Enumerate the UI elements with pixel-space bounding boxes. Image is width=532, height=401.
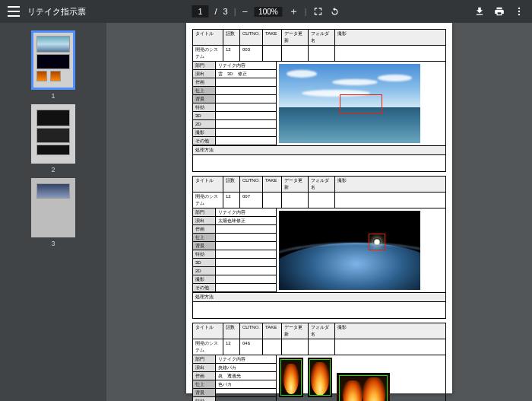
document-title: リテイク指示票 — [27, 6, 86, 18]
val-shi — [216, 87, 276, 94]
folder-label: フォルダ名 — [309, 177, 335, 192]
folder-label: フォルダ名 — [309, 323, 335, 339]
thumbnail-3[interactable] — [31, 178, 75, 237]
val-satsu — [216, 129, 276, 136]
document-viewer[interactable]: タイトル 話数 CUTNO. TAKE データ更新 フォルダ名 撮影 開発のシス… — [106, 23, 532, 401]
page-total: 3 — [223, 7, 228, 16]
green-annotation — [309, 359, 331, 396]
row-toku: 特効 — [193, 397, 276, 401]
row-shi: 仕上 — [193, 234, 276, 242]
lbl-dept: 部門 — [193, 355, 216, 363]
val-toku — [216, 397, 276, 401]
row-other: その他 — [193, 137, 276, 145]
val-director: 太陽色味修正 — [216, 217, 276, 224]
header-row: タイトル 話数 CUTNO. TAKE データ更新 フォルダ名 撮影 — [193, 30, 445, 46]
wa-value: 12 — [223, 193, 240, 208]
row-dept: 部門 リテイク内容 — [193, 62, 276, 70]
zoom-out-button[interactable]: − — [242, 6, 249, 18]
lbl-d3: 3D — [193, 259, 216, 266]
row-saku: 作画 — [193, 78, 276, 87]
pdf-page: タイトル 話数 CUTNO. TAKE データ更新 フォルダ名 撮影 開発のシス… — [186, 23, 452, 393]
thumbnail-2[interactable] — [31, 104, 75, 164]
method-body — [193, 154, 445, 171]
lbl-saku: 作画 — [193, 225, 216, 233]
menu-icon[interactable] — [8, 6, 20, 17]
cut-value: 003 — [240, 46, 263, 61]
val-other — [216, 284, 276, 291]
lbl-director: 演出 — [193, 70, 216, 78]
data-label: データ更新 — [282, 30, 309, 45]
fit-page-icon[interactable] — [313, 6, 324, 17]
header-row: タイトル 話数 CUTNO. TAKE データ更新 フォルダ名 撮影 — [193, 177, 445, 193]
svg-point-2 — [518, 14, 520, 15]
val-shi — [216, 234, 276, 241]
preview-fire-large — [337, 373, 390, 401]
title-label: タイトル — [193, 323, 223, 339]
lbl-shi: 仕上 — [193, 380, 216, 388]
zoom-level: 100% — [254, 7, 283, 17]
val-d3 — [216, 259, 276, 266]
lbl-shi: 仕上 — [193, 234, 216, 241]
lbl-d2: 2D — [193, 267, 216, 275]
row-satsu: 撮影 — [193, 129, 276, 137]
row-d2: 2D — [193, 120, 276, 129]
lbl-toku: 特効 — [193, 250, 216, 258]
lbl-shi: 仕上 — [193, 87, 216, 94]
val-satsu — [216, 275, 276, 283]
print-icon[interactable] — [494, 6, 505, 17]
val-dept: リテイク内容 — [216, 355, 276, 363]
lbl-saku: 作画 — [193, 78, 216, 86]
left-column: 部門 リテイク内容 演出 炎線パカ 作画 炎 透過光 仕上 色パカ 背景 特効 … — [193, 355, 277, 401]
rotate-icon[interactable] — [330, 6, 340, 17]
wa-label: 話数 — [223, 30, 240, 45]
wa-label: 話数 — [223, 323, 240, 339]
data-label: データ更新 — [282, 177, 309, 192]
row-shi: 仕上 色パカ — [193, 380, 276, 389]
sa-label: 撮影 — [335, 177, 445, 192]
zoom-in-button[interactable]: ＋ — [289, 5, 299, 18]
title-label: タイトル — [193, 177, 223, 192]
row-director: 演出 太陽色味修正 — [193, 217, 276, 225]
val-hai — [216, 242, 276, 250]
val-other — [216, 137, 276, 145]
row-shi: 仕上 — [193, 87, 276, 95]
page-input[interactable] — [192, 5, 208, 18]
download-icon[interactable] — [474, 6, 485, 17]
pdf-toolbar: リテイク指示票 / 3 | − 100% ＋ | — [0, 0, 532, 23]
lbl-director: 演出 — [193, 217, 216, 224]
lbl-satsu: 撮影 — [193, 275, 216, 283]
lbl-d3: 3D — [193, 112, 216, 119]
lbl-other: その他 — [193, 137, 216, 145]
thumbnail-1[interactable] — [31, 30, 75, 90]
val-saku — [216, 78, 276, 86]
row-hai: 背景 — [193, 95, 276, 103]
preview-earth — [279, 211, 420, 290]
cut-label: CUTNO. — [240, 30, 263, 45]
header-values: 開発のシステム 12 046 — [193, 339, 445, 355]
lbl-saku: 作画 — [193, 372, 216, 380]
val-director: 炎線パカ — [216, 364, 276, 371]
lbl-hai: 背景 — [193, 242, 216, 250]
sa-label: 撮影 — [335, 323, 445, 339]
val-saku: 炎 透過光 — [216, 372, 276, 380]
take-label: TAKE — [263, 323, 282, 339]
wa-value: 12 — [223, 46, 240, 61]
lbl-dept: 部門 — [193, 208, 216, 216]
row-d2: 2D — [193, 267, 276, 275]
thumb-label: 1 — [51, 92, 55, 100]
lbl-toku: 特効 — [193, 397, 216, 401]
preview-fire — [279, 358, 303, 397]
lbl-dept: 部門 — [193, 62, 216, 69]
row-d3: 3D — [193, 112, 276, 120]
cut-value: 046 — [240, 339, 263, 355]
lbl-hai: 背景 — [193, 95, 216, 103]
cut-label: CUTNO. — [240, 177, 263, 192]
row-other: その他 — [193, 284, 276, 292]
retake-sheet: タイトル 話数 CUTNO. TAKE データ更新 フォルダ名 撮影 開発のシス… — [192, 176, 446, 319]
header-row: タイトル 話数 CUTNO. TAKE データ更新 フォルダ名 撮影 — [193, 323, 445, 339]
folder-label: フォルダ名 — [309, 30, 335, 45]
lbl-director: 演出 — [193, 364, 216, 371]
more-icon[interactable] — [514, 6, 524, 17]
val-hai — [216, 389, 276, 396]
title-value: 開発のシステム — [193, 193, 223, 208]
